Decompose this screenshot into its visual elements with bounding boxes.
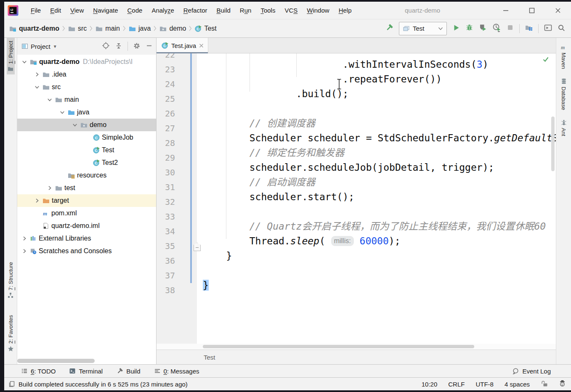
breadcrumb-item-quartz-demo[interactable]: quartz-demo	[9, 25, 59, 32]
code-line-23[interactable]: 23 .repeatForever())	[157, 62, 556, 77]
run-anything-button[interactable]	[544, 24, 552, 33]
code-line-27[interactable]: 27 Scheduler scheduler = StdSchedulerFac…	[157, 121, 556, 136]
window-minimize-button[interactable]	[493, 2, 519, 19]
code-line-33[interactable]: 33 // Quartz会开启子线程，而为了防止主线程结束，我们设置休眠60	[157, 209, 556, 224]
code-line-36[interactable]: 36	[157, 254, 556, 268]
breadcrumb-item-java[interactable]: java	[129, 25, 151, 32]
tab-test-java[interactable]: C Test.java	[157, 38, 208, 53]
status-message[interactable]: Build completed successfully in 6 s 525 …	[19, 381, 188, 388]
code-line-24[interactable]: 24 .build();	[157, 77, 556, 92]
hide-panel-button[interactable]	[146, 42, 153, 50]
stripe-item-ant[interactable]: Ant	[560, 117, 568, 139]
stripe-item----structure[interactable]: 7: Structure	[7, 259, 15, 301]
profiler-button[interactable]	[492, 23, 501, 34]
tree-row-test[interactable]: test	[17, 182, 156, 194]
menu-file[interactable]: File	[26, 2, 45, 19]
event-log-button[interactable]: Event Log	[512, 368, 551, 375]
breadcrumb-item-main[interactable]: main	[96, 25, 120, 32]
stripe-item----project[interactable]: 1: Project	[7, 38, 15, 74]
breadcrumb-item-test[interactable]: CTest	[195, 25, 216, 32]
tree-row-test[interactable]: CTest	[17, 144, 156, 156]
menu-run[interactable]: Run	[235, 2, 256, 19]
code-line-25[interactable]: 25	[157, 92, 556, 106]
run-configuration-select[interactable]: Test	[399, 22, 447, 35]
stripe-item-database[interactable]: Database	[560, 75, 568, 113]
tree-row-quartz-demo[interactable]: quartz-demoD:\IdeaProjects\I	[17, 56, 156, 68]
menu-tools[interactable]: Tools	[256, 2, 280, 19]
run-with-coverage-button[interactable]	[479, 24, 487, 33]
window-close-button[interactable]	[545, 2, 571, 19]
tool-window-button-6--todo[interactable]: 6: TODO	[21, 368, 56, 375]
stripe-item----favorites[interactable]: 2: Favorites	[7, 312, 15, 355]
project-horizontal-scrollbar[interactable]	[17, 359, 156, 363]
tool-window-button-terminal[interactable]: Terminal	[69, 368, 103, 375]
tool-window-button-0--messages[interactable]: 0: Messages	[154, 368, 199, 375]
menu-refactor[interactable]: Refactor	[179, 2, 212, 19]
tree-row-resources[interactable]: resources	[17, 169, 156, 182]
scrollbar-thumb[interactable]	[17, 359, 95, 363]
project-structure-button[interactable]	[525, 24, 533, 33]
window-maximize-button[interactable]	[519, 2, 545, 19]
build-project-button[interactable]	[385, 24, 393, 34]
panel-settings-button[interactable]	[133, 42, 141, 51]
menu-help[interactable]: Help	[334, 2, 356, 19]
tree-row-quartz-demo-iml[interactable]: quartz-demo.iml	[17, 220, 156, 232]
editor-vertical-scrollbar[interactable]	[551, 117, 555, 171]
menu-navigate[interactable]: Navigate	[88, 2, 122, 19]
scrollbar-thumb[interactable]	[203, 345, 474, 348]
code-line-35[interactable]: 35 }	[157, 239, 556, 254]
tree-row-pom-xml[interactable]: mpom.xml	[17, 207, 156, 220]
run-button[interactable]	[452, 24, 460, 33]
tree-row-demo[interactable]: demo	[17, 119, 156, 131]
code-line-32[interactable]: 32	[157, 195, 556, 209]
tree-row-target[interactable]: target	[17, 194, 156, 207]
tree-row--idea[interactable]: .idea	[17, 68, 156, 81]
menu-view[interactable]: View	[66, 2, 88, 19]
debug-button[interactable]	[465, 24, 473, 33]
menu-edit[interactable]: Edit	[45, 2, 66, 19]
fold-marker[interactable]	[194, 243, 201, 251]
search-everywhere-button[interactable]	[558, 24, 565, 33]
chevron-down-icon	[19, 58, 30, 65]
code-line-37[interactable]: 37}	[157, 268, 556, 283]
code-line-38[interactable]: 38	[157, 283, 556, 298]
editor-horizontal-scrollbar[interactable]	[157, 344, 556, 350]
status-widget-10-20[interactable]: 10:20	[422, 381, 438, 388]
tree-row-scratches-and-consoles[interactable]: Scratches and Consoles	[17, 245, 156, 257]
highlighting-level-button[interactable]	[559, 380, 566, 388]
tree-row-external-libraries[interactable]: External Libraries	[17, 232, 156, 245]
code-line-34[interactable]: 34 Thread.sleep( millis: 60000);	[157, 224, 556, 239]
tree-row-java[interactable]: java	[17, 106, 156, 119]
menu-code[interactable]: Code	[123, 2, 147, 19]
lock-toggle[interactable]	[541, 380, 548, 388]
status-widget-crlf[interactable]: CRLF	[448, 381, 465, 388]
menu-analyze[interactable]: Analyze	[147, 2, 178, 19]
status-widget-utf-8[interactable]: UTF-8	[475, 381, 494, 388]
tree-row-test2[interactable]: CTest2	[17, 156, 156, 169]
inspections-ok-icon[interactable]	[542, 56, 549, 63]
tree-row-simplejob[interactable]: CSimpleJob	[17, 131, 156, 144]
code-line-31[interactable]: 31 scheduler.start();	[157, 180, 556, 195]
breadcrumb-class[interactable]: Test	[204, 354, 215, 361]
tab-close-icon[interactable]	[199, 43, 204, 48]
breadcrumb-item-src[interactable]: src	[68, 25, 87, 32]
code-line-29[interactable]: 29 scheduler.scheduleJob(jobDetail, trig…	[157, 151, 556, 165]
locate-file-button[interactable]	[102, 42, 110, 51]
menu-window[interactable]: Window	[302, 2, 334, 19]
tree-row-main[interactable]: main	[17, 93, 156, 106]
code-line-30[interactable]: 30 // 启动调度器	[157, 165, 556, 180]
code-line-28[interactable]: 28 // 绑定任务和触发器	[157, 136, 556, 151]
project-panel-title[interactable]: Project	[31, 43, 50, 50]
tree-row-src[interactable]: src	[17, 81, 156, 93]
code-editor[interactable]: 22 .withIntervalInSeconds(3)23 .repeatFo…	[157, 53, 556, 344]
menu-build[interactable]: Build	[212, 2, 235, 19]
menu-vcs[interactable]: VCS	[280, 2, 302, 19]
status-widget-4-spaces[interactable]: 4 spaces	[505, 381, 530, 388]
stop-button[interactable]	[507, 24, 514, 33]
breadcrumb-item-demo[interactable]: demo	[159, 25, 186, 32]
code-line-26[interactable]: 26 // 创建调度器	[157, 106, 556, 121]
stripe-item-maven[interactable]: mMaven	[560, 41, 568, 72]
tool-window-button-build[interactable]: Build	[116, 368, 140, 375]
collapse-all-button[interactable]	[115, 42, 122, 51]
code-line-22[interactable]: 22 .withIntervalInSeconds(3)	[157, 53, 556, 62]
